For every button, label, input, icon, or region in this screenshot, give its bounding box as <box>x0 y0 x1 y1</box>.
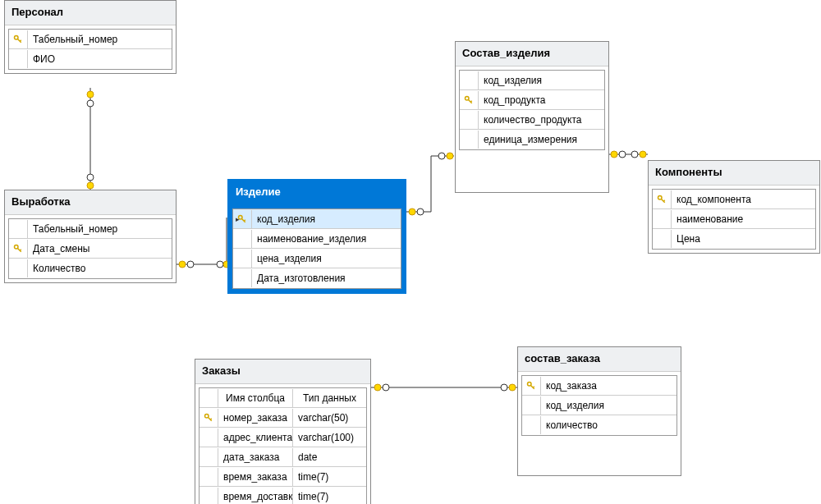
key-icon <box>522 381 540 391</box>
field-name: Количество <box>27 259 172 277</box>
field-name: наименование <box>671 210 815 228</box>
field-row[interactable]: Дата_смены <box>9 239 172 259</box>
field-row[interactable]: код_изделия <box>460 71 604 90</box>
svg-point-14 <box>611 151 617 158</box>
field-name: код_заказа <box>540 377 677 395</box>
key-icon <box>653 195 671 204</box>
entity-body: код_изделия код_продукта количество_прод… <box>459 70 605 150</box>
field-name: Табельный_номер <box>27 220 172 238</box>
svg-point-15 <box>619 151 626 158</box>
field-row[interactable]: ФИО <box>9 49 172 69</box>
field-row[interactable]: код_компонента <box>653 190 815 209</box>
entity-zakazy[interactable]: Заказы Имя столбца Тип данных номер_зака… <box>195 359 371 504</box>
entity-title: Выработка <box>5 190 176 215</box>
svg-point-22 <box>509 384 516 391</box>
svg-line-25 <box>20 39 21 41</box>
field-name: код_изделия <box>478 71 604 89</box>
current-row-indicator: ▸ <box>236 215 240 223</box>
field-row[interactable]: количество <box>522 415 677 435</box>
field-row[interactable]: наименование <box>653 209 815 229</box>
field-name: единица_измерения <box>478 131 604 149</box>
entity-sostav-izdeliya[interactable]: Состав_изделия код_изделия код_продукта … <box>455 41 609 193</box>
field-type: date <box>292 448 366 466</box>
field-row[interactable]: код_изделия <box>522 396 677 415</box>
field-row[interactable]: Табельный_номер <box>9 219 172 239</box>
entity-body: Табельный_номер ФИО <box>8 29 172 70</box>
field-name: дата_заказа <box>218 448 292 466</box>
field-name: наименование_изделия <box>251 230 401 248</box>
field-row[interactable]: Табельный_номер <box>9 30 172 49</box>
field-row[interactable]: единица_измерения <box>460 130 604 149</box>
svg-line-43 <box>533 386 534 387</box>
entity-sostav-zakaza[interactable]: состав_заказа код_заказа код_изделия кол… <box>517 346 681 476</box>
field-name: ФИО <box>27 50 172 68</box>
field-row[interactable]: Дата_изготовления <box>233 268 401 288</box>
entity-title: Заказы <box>195 360 370 384</box>
field-name: количество <box>540 416 677 434</box>
field-name: время_заказа <box>218 468 292 486</box>
svg-point-5 <box>179 261 186 268</box>
svg-point-16 <box>631 151 638 158</box>
field-name: номер_заказа <box>218 409 292 427</box>
svg-point-21 <box>501 384 507 391</box>
field-type: time(7) <box>292 488 366 504</box>
key-icon <box>9 34 27 44</box>
field-row[interactable]: ▸ код_изделия <box>233 209 401 229</box>
entity-personal[interactable]: Персонал Табельный_номер ФИО <box>4 0 177 74</box>
field-row[interactable]: Цена <box>653 229 815 249</box>
svg-line-31 <box>244 219 245 221</box>
field-name: код_продукта <box>478 91 604 109</box>
svg-point-19 <box>374 384 381 391</box>
entity-title: Изделие <box>229 181 405 205</box>
svg-point-4 <box>87 182 94 189</box>
entity-body: код_заказа код_изделия количество <box>521 375 677 436</box>
svg-point-10 <box>417 208 424 215</box>
field-type: varchar(50) <box>292 409 366 427</box>
entity-body: Имя столбца Тип данных номер_заказа varc… <box>199 387 367 504</box>
svg-point-11 <box>438 153 445 159</box>
entity-body: ▸ код_изделия наименование_изделия цена_… <box>232 208 401 289</box>
svg-point-12 <box>447 153 453 159</box>
field-name: Дата_изготовления <box>251 269 401 287</box>
svg-point-3 <box>87 174 94 181</box>
svg-point-17 <box>640 151 646 158</box>
field-row[interactable]: время_доставки time(7) <box>200 487 366 504</box>
field-name: код_изделия <box>540 396 677 415</box>
field-row[interactable]: количество_продукта <box>460 110 604 130</box>
svg-point-2 <box>87 100 94 107</box>
field-name: цена_изделия <box>251 250 401 268</box>
column-header: Имя столбца <box>218 389 292 407</box>
svg-line-28 <box>20 249 21 250</box>
entity-izdelie[interactable]: Изделие ▸ код_изделия наименование_издел… <box>227 179 406 294</box>
field-row[interactable]: цена_изделия <box>233 249 401 268</box>
field-type: time(7) <box>292 468 366 486</box>
field-name: количество_продукта <box>478 111 604 129</box>
key-icon <box>9 244 27 254</box>
field-name: Дата_смены <box>27 240 172 258</box>
field-row[interactable]: наименование_изделия <box>233 229 401 249</box>
field-name: адрес_клиента <box>218 428 292 447</box>
svg-point-7 <box>217 261 223 268</box>
svg-point-20 <box>383 384 389 391</box>
field-row[interactable]: код_заказа <box>522 376 677 396</box>
svg-line-40 <box>210 418 212 419</box>
field-row[interactable]: Количество <box>9 259 172 278</box>
field-name: Цена <box>671 230 815 248</box>
svg-line-37 <box>663 199 665 201</box>
field-row[interactable]: время_заказа time(7) <box>200 467 366 487</box>
field-row[interactable]: адрес_клиента varchar(100) <box>200 428 366 447</box>
entity-komponenty[interactable]: Компоненты код_компонента наименование Ц… <box>648 160 820 254</box>
field-row[interactable]: код_продукта <box>460 90 604 110</box>
field-row[interactable]: дата_заказа date <box>200 447 366 467</box>
column-header-row: Имя столбца Тип данных <box>200 388 366 408</box>
entity-title: Состав_изделия <box>456 42 608 66</box>
entity-vyrabotka[interactable]: Выработка Табельный_номер Дата_смены Кол… <box>4 190 177 283</box>
entity-body: код_компонента наименование Цена <box>652 189 816 250</box>
svg-point-1 <box>87 91 94 98</box>
field-row[interactable]: номер_заказа varchar(50) <box>200 408 366 428</box>
field-type: varchar(100) <box>292 428 366 447</box>
svg-point-6 <box>187 261 194 268</box>
key-icon <box>200 413 218 423</box>
field-name: код_изделия <box>251 210 401 228</box>
field-name: время_доставки <box>218 488 292 504</box>
